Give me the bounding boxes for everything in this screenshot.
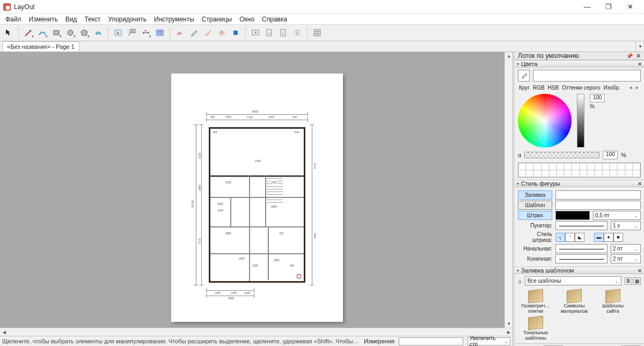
split-tool[interactable] — [215, 26, 228, 39]
menu-view[interactable]: Вид — [62, 14, 80, 24]
pattern-swatch[interactable] — [555, 201, 641, 210]
shape-style-panel-header[interactable]: Стиль фигуры✕ — [515, 180, 644, 187]
svg-point-0 — [30, 30, 32, 32]
start-arrow-size[interactable]: 2 пт — [611, 244, 641, 253]
tab-nav-arrows[interactable]: ◂ ▸ — [630, 85, 640, 91]
stroke-width-dropdown[interactable]: 0,5 пт — [593, 211, 641, 220]
corner-miter[interactable]: ┐ — [555, 233, 565, 242]
menubar: Файл Изменить Вид Текст Упорядочить Инст… — [0, 14, 644, 24]
pattern-item[interactable]: Тональныешаблоны — [519, 316, 552, 341]
menu-pages[interactable]: Страницы — [199, 14, 235, 24]
style-eyedropper-tool[interactable] — [187, 26, 200, 39]
style-tool[interactable] — [201, 26, 214, 39]
panel-close-icon[interactable]: ✕ — [638, 61, 642, 67]
svg-rect-10 — [177, 32, 182, 35]
menu-window[interactable]: Окно — [236, 14, 258, 24]
zoom-dropdown[interactable]: Увеличить стр — [467, 337, 510, 345]
window-maximize-button[interactable]: ❐ — [598, 1, 619, 13]
rectangle-tool[interactable] — [50, 26, 63, 39]
pattern-toggle[interactable]: Шаблон — [518, 201, 552, 210]
color-preview[interactable] — [533, 70, 641, 82]
tab-hsb[interactable]: HSB — [548, 85, 559, 91]
alpha-slider[interactable] — [524, 152, 599, 158]
tab-image[interactable]: Изобр. — [603, 85, 620, 91]
cap-square[interactable]: ■ — [613, 233, 623, 242]
pattern-thumbnails: Геометрич…плитки Символыматериалов Шабло… — [518, 288, 641, 343]
cap-round[interactable]: ● — [604, 233, 613, 242]
measurements-input[interactable] — [399, 337, 463, 345]
tab-gray[interactable]: Оттенки серого — [562, 85, 600, 91]
document-tab-dropdown[interactable]: ▾ — [635, 41, 644, 51]
grid-toggle-button[interactable] — [311, 26, 324, 39]
view-grid-icon[interactable]: ▦ — [633, 277, 641, 285]
label-tool[interactable]: A1 — [126, 26, 138, 39]
pattern-fill-panel-header[interactable]: Заливка шаблоном✕ — [515, 267, 644, 274]
join-tool[interactable] — [229, 26, 242, 39]
swatches[interactable] — [518, 163, 641, 178]
cap-flat[interactable]: ▬ — [594, 233, 604, 242]
select-tool[interactable] — [2, 26, 15, 39]
line-tool[interactable] — [22, 26, 35, 39]
document-tab[interactable]: <Без названия> - Page 1 — [2, 41, 79, 51]
vertical-scrollbar[interactable]: ▲▼ — [504, 52, 513, 328]
text-tool[interactable]: A — [112, 26, 125, 39]
fill-toggle[interactable]: Заливка — [518, 190, 552, 200]
view-list-icon[interactable]: ≣ — [625, 277, 632, 285]
canvas[interactable]: 8450 420 1975 1112 1975 420 15700 5325 2… — [0, 52, 504, 328]
start-arrow-dropdown[interactable] — [555, 244, 608, 253]
presentation-tool[interactable]: + — [249, 26, 262, 39]
tab-wheel[interactable]: Круг — [519, 85, 530, 91]
pin-icon[interactable]: 📌 — [626, 53, 633, 59]
menu-tools[interactable]: Инструменты — [151, 14, 197, 24]
alpha-input[interactable]: 100 — [603, 151, 618, 159]
window-close-button[interactable]: ✕ — [619, 1, 641, 13]
value-input[interactable]: 100 — [590, 94, 605, 102]
svg-rect-18 — [314, 30, 320, 36]
value-slider[interactable] — [577, 94, 584, 148]
polygon-tool[interactable] — [78, 26, 91, 39]
corner-round[interactable]: ◝ — [565, 233, 575, 242]
end-arrow-size[interactable]: 2 пт — [611, 254, 641, 263]
arc-tool[interactable] — [36, 26, 49, 39]
pattern-item[interactable]: Шаблонысайта — [596, 290, 630, 314]
menu-edit[interactable]: Изменить — [26, 14, 61, 24]
titlebar: LayOut — ❐ ✕ — [0, 0, 644, 14]
dash-pattern-dropdown[interactable] — [555, 221, 608, 230]
next-page-button[interactable] — [291, 26, 304, 39]
svg-point-17 — [296, 30, 299, 33]
circle-tool[interactable] — [64, 26, 77, 39]
panel-close-icon[interactable]: ✕ — [638, 268, 642, 274]
panel-close-icon[interactable]: ✕ — [638, 181, 642, 187]
pattern-category-dropdown[interactable]: Все шаблоны — [525, 276, 621, 285]
pattern-item[interactable]: Символыматериалов — [558, 290, 591, 314]
offset-tool[interactable] — [92, 26, 105, 39]
table-tool[interactable] — [153, 26, 166, 39]
stroke-color-swatch[interactable] — [555, 211, 590, 220]
dimension-tool[interactable]: ✕ — [140, 26, 152, 39]
fill-swatch[interactable] — [555, 190, 641, 200]
pattern-item[interactable]: Геометрич…плитки — [519, 290, 552, 314]
menu-text[interactable]: Текст — [81, 14, 104, 24]
pattern-transform-row: Поворот: 0° Масштаб: 1 x — [515, 343, 644, 346]
pattern-home-icon[interactable]: ⌂ — [518, 278, 522, 284]
end-arrow-dropdown[interactable] — [555, 254, 608, 263]
tray-close-icon[interactable]: ✕ — [636, 53, 641, 60]
prev-page-button[interactable] — [277, 26, 290, 39]
eraser-tool[interactable] — [173, 26, 186, 39]
colors-panel-header[interactable]: Цвета✕ — [515, 60, 644, 68]
tab-rgb[interactable]: RGB — [533, 85, 545, 91]
tray-header[interactable]: Лоток по умолчанию 📌 ✕ — [515, 52, 644, 60]
add-page-button[interactable] — [263, 26, 276, 39]
stroke-toggle[interactable]: Штрих — [518, 211, 552, 220]
color-wheel[interactable] — [518, 94, 572, 148]
window-minimize-button[interactable]: — — [576, 1, 598, 13]
menu-help[interactable]: Справка — [259, 14, 290, 24]
document-page[interactable]: 8450 420 1975 1112 1975 420 15700 5325 2… — [171, 73, 343, 322]
menu-arrange[interactable]: Упорядочить — [105, 14, 150, 24]
menu-file[interactable]: Файл — [2, 14, 25, 24]
corner-bevel[interactable]: ◣ — [575, 233, 584, 242]
horizontal-scrollbar[interactable]: ◀▶ — [0, 328, 513, 336]
dash-scale-dropdown[interactable]: 1 x — [611, 221, 641, 230]
eyedropper-button[interactable] — [518, 70, 530, 82]
pattern-fill-panel: ⌂ Все шаблоны ≣ ▦ Геометрич…плитки Симво… — [515, 274, 644, 343]
